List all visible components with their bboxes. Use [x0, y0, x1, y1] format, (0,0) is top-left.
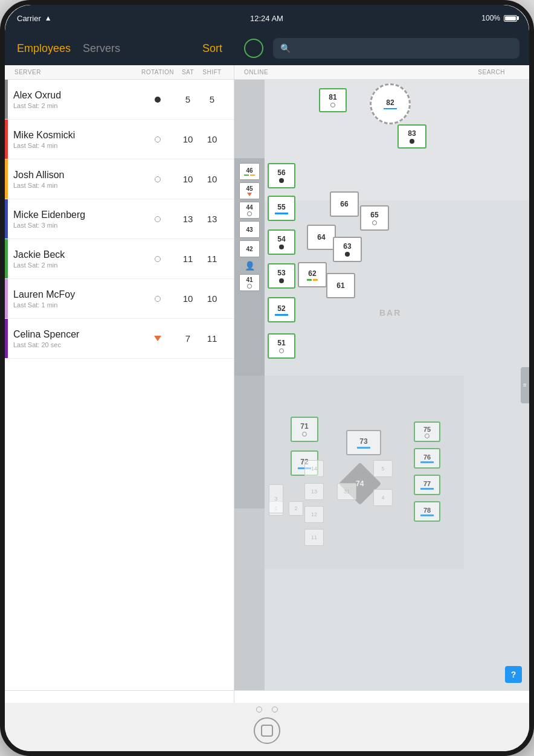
side-table-44[interactable]: 44 — [239, 202, 260, 219]
employee-info: Lauren McFoy Last Sat: 1 min — [5, 289, 140, 309]
map-table-64[interactable]: 64 — [307, 225, 336, 250]
employee-last-sat: Last Sat: 4 min — [13, 142, 140, 149]
map-table-63[interactable]: 63 — [333, 237, 362, 262]
home-sensor — [272, 706, 278, 713]
employee-rotation — [140, 216, 176, 222]
employee-name: Jackie Beck — [13, 249, 140, 260]
online-indicator — [244, 39, 263, 58]
rotation-dot-filled — [155, 97, 161, 103]
map-table-51[interactable]: 51 — [268, 333, 295, 359]
map-table-52[interactable]: 52 — [268, 297, 295, 322]
map-table-61[interactable]: 61 — [326, 273, 355, 298]
employee-name: Micke Eidenberg — [13, 210, 140, 220]
tab-servers[interactable]: Servers — [83, 40, 120, 57]
employee-shift: 10 — [200, 293, 224, 304]
employee-row[interactable]: Micke Eidenberg Last Sat: 3 min 13 13 — [5, 199, 234, 239]
map-table-81[interactable]: 81 — [319, 88, 347, 112]
sidebar-handle[interactable]: ≡ — [521, 367, 529, 403]
rotation-dot-empty — [155, 176, 161, 182]
employee-shift: 13 — [200, 214, 224, 224]
map-table-82[interactable]: 82 — [370, 83, 411, 124]
employee-sat: 10 — [176, 134, 200, 144]
employee-last-sat: Last Sat: 4 min — [13, 182, 140, 189]
side-table-43[interactable]: 43 — [239, 221, 260, 238]
sidebar-lines-icon: ≡ — [523, 380, 527, 390]
ghost-table: 31 — [337, 483, 356, 500]
help-button[interactable]: ? — [505, 666, 522, 683]
battery-icon — [504, 15, 517, 22]
employee-last-sat: Last Sat: 1 min — [13, 301, 140, 309]
employee-info: Micke Eidenberg Last Sat: 3 min — [5, 210, 140, 229]
ghost-table: 4 — [373, 489, 393, 506]
search-box[interactable]: 🔍 — [273, 38, 520, 59]
status-bar: Carrier ▲ 12:24 AM 100% — [5, 5, 529, 31]
employee-name: Celina Spencer — [13, 329, 140, 340]
ghost-table: 2 — [289, 501, 303, 516]
employee-name: Alex Oxrud — [13, 90, 140, 101]
map-table-83[interactable]: 83 — [397, 124, 426, 149]
employee-rotation — [140, 336, 176, 341]
map-table-65[interactable]: 65 — [360, 205, 389, 231]
employee-sat: 13 — [176, 214, 200, 224]
employee-shift: 10 — [200, 134, 224, 144]
map-table-55[interactable]: 55 — [268, 196, 295, 221]
nav-right: 🔍 — [234, 38, 529, 59]
rotation-dot-empty — [155, 136, 161, 143]
employee-name: Lauren McFoy — [13, 289, 140, 300]
map-table-56[interactable]: 56 — [268, 163, 295, 188]
search-icon: 🔍 — [280, 43, 291, 53]
side-table-41[interactable]: 41 — [239, 274, 260, 291]
employee-row[interactable]: Celina Spencer Last Sat: 20 sec 7 11 — [5, 319, 234, 359]
employee-color-bar — [5, 199, 8, 239]
employee-row[interactable]: Alex Oxrud Last Sat: 2 min 5 5 — [5, 80, 234, 120]
employee-color-bar — [5, 279, 8, 318]
col-rotation-header: ROTATION — [140, 69, 176, 75]
employee-row[interactable]: Josh Allison Last Sat: 4 min 10 10 — [5, 159, 234, 199]
wifi-icon: ▲ — [45, 14, 52, 22]
carrier-label: Carrier — [17, 14, 41, 23]
column-headers: SERVER ROTATION SAT SHIFT ONLINE SEARCH — [5, 65, 529, 80]
map-table-54[interactable]: 54 — [268, 229, 295, 255]
rotation-dot-empty — [155, 296, 161, 302]
employee-color-bar — [5, 80, 8, 119]
ghost-table: 13 — [304, 483, 324, 500]
col-sat-header: SAT — [176, 69, 200, 75]
employee-sat: 7 — [176, 333, 200, 344]
employee-rotation — [140, 296, 176, 302]
online-col-header: ONLINE — [244, 69, 268, 75]
employee-info: Alex Oxrud Last Sat: 2 min — [5, 90, 140, 109]
employee-color-bar — [5, 159, 8, 199]
employee-last-sat: Last Sat: 2 min — [13, 261, 140, 269]
floor-map[interactable]: 81 82 83 46 — [234, 80, 529, 690]
employee-sat: 10 — [176, 293, 200, 304]
top-buttons — [5, 706, 529, 713]
battery-label: 100% — [481, 14, 500, 22]
employee-name: Mike Kosmicki — [13, 130, 140, 141]
employee-sat: 11 — [176, 254, 200, 264]
tab-employees[interactable]: Employees — [17, 40, 71, 57]
employee-shift: 11 — [200, 333, 224, 344]
device: Carrier ▲ 12:24 AM 100% Employees Server… — [0, 0, 534, 756]
map-table-66[interactable]: 66 — [330, 191, 359, 217]
employee-row[interactable]: Lauren McFoy Last Sat: 1 min 10 10 — [5, 279, 234, 319]
side-table-42[interactable]: 42 — [239, 240, 260, 257]
rotation-arrow-down — [154, 336, 161, 341]
ghost-table: 3 — [269, 484, 283, 513]
employee-row[interactable]: Mike Kosmicki Last Sat: 4 min 10 10 — [5, 120, 234, 159]
side-table-46[interactable]: 46 — [239, 163, 260, 180]
camera-dot — [256, 706, 262, 713]
employee-shift: 5 — [200, 94, 224, 104]
home-area — [5, 703, 529, 751]
employee-rotation — [140, 136, 176, 143]
employee-sat: 10 — [176, 174, 200, 184]
side-table-45[interactable]: 45 — [239, 182, 260, 199]
employee-last-sat: Last Sat: 2 min — [13, 102, 140, 109]
employee-row[interactable]: Jackie Beck Last Sat: 2 min 11 11 — [5, 239, 234, 279]
map-table-53[interactable]: 53 — [268, 263, 295, 289]
status-right: 100% — [481, 14, 517, 22]
nav-left: Employees Servers Sort — [5, 40, 234, 57]
map-table-62[interactable]: 62 — [298, 262, 327, 287]
employee-name: Josh Allison — [13, 170, 140, 181]
home-button[interactable] — [254, 717, 280, 744]
sort-button[interactable]: Sort — [202, 42, 222, 55]
